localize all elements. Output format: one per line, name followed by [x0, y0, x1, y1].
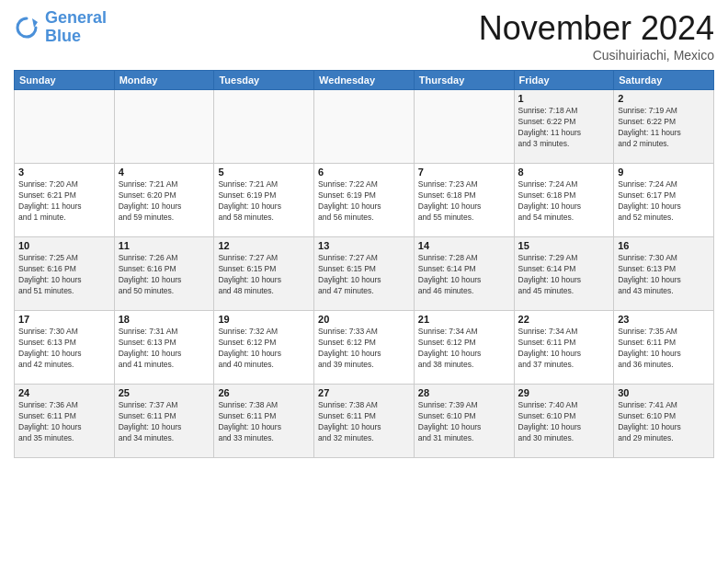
day-info-line: Sunset: 6:11 PM	[318, 411, 376, 420]
day-number: 7	[418, 167, 510, 178]
day-number: 20	[318, 314, 410, 325]
day-info-line: Daylight: 10 hours	[318, 422, 381, 431]
day-info: Sunrise: 7:33 AMSunset: 6:12 PMDaylight:…	[318, 327, 410, 371]
day-number: 25	[119, 387, 210, 398]
day-info-line: Daylight: 10 hours	[618, 349, 681, 358]
day-info-line: Sunrise: 7:39 AM	[418, 400, 478, 409]
calendar-cell	[15, 90, 115, 164]
day-info-line: Sunrise: 7:20 AM	[18, 179, 78, 189]
header-saturday: Saturday	[614, 71, 714, 90]
day-info-line: and 34 minutes.	[119, 433, 174, 442]
day-info-line: Sunrise: 7:30 AM	[18, 327, 78, 336]
day-info-line: Sunset: 6:12 PM	[318, 338, 376, 347]
day-info: Sunrise: 7:21 AMSunset: 6:19 PMDaylight:…	[218, 179, 310, 224]
day-info-line: and 45 minutes.	[518, 286, 574, 295]
day-info-line: Sunrise: 7:23 AM	[418, 179, 478, 189]
day-info-line: and 30 minutes.	[518, 433, 574, 442]
header-sunday: Sunday	[15, 71, 115, 90]
calendar-cell: 1Sunrise: 7:18 AMSunset: 6:22 PMDaylight…	[514, 90, 614, 164]
day-info: Sunrise: 7:27 AMSunset: 6:15 PMDaylight:…	[318, 253, 410, 297]
day-info-line: and 29 minutes.	[618, 433, 673, 442]
day-info-line: Daylight: 10 hours	[119, 422, 182, 431]
calendar: Sunday Monday Tuesday Wednesday Thursday…	[14, 70, 714, 458]
day-info-line: Sunset: 6:12 PM	[418, 338, 476, 347]
day-info-line: and 40 minutes.	[218, 360, 273, 369]
day-info-line: Daylight: 10 hours	[518, 349, 582, 358]
day-info-line: and 2 minutes.	[618, 139, 669, 148]
day-number: 8	[518, 167, 610, 178]
day-info-line: and 35 minutes.	[18, 433, 74, 442]
day-info-line: Sunrise: 7:36 AM	[18, 400, 78, 409]
day-info-line: Daylight: 11 hours	[18, 201, 82, 211]
day-info: Sunrise: 7:38 AMSunset: 6:11 PMDaylight:…	[218, 400, 310, 444]
day-info-line: Sunset: 6:14 PM	[418, 264, 476, 273]
day-info: Sunrise: 7:24 AMSunset: 6:18 PMDaylight:…	[518, 179, 610, 224]
calendar-week-1: 1Sunrise: 7:18 AMSunset: 6:22 PMDaylight…	[15, 90, 714, 164]
day-info-line: Sunset: 6:10 PM	[518, 411, 576, 420]
day-info-line: Sunrise: 7:26 AM	[119, 253, 178, 262]
day-info-line: Sunrise: 7:32 AM	[218, 327, 278, 336]
day-info-line: Sunset: 6:17 PM	[618, 190, 676, 200]
day-info-line: Sunset: 6:10 PM	[618, 411, 676, 420]
day-info-line: and 56 minutes.	[318, 213, 373, 222]
calendar-cell: 19Sunrise: 7:32 AMSunset: 6:12 PMDayligh…	[214, 311, 314, 385]
day-number: 13	[318, 240, 410, 251]
day-number: 21	[418, 314, 510, 325]
day-number: 26	[218, 387, 310, 398]
day-info-line: and 51 minutes.	[18, 286, 74, 295]
day-info-line: Daylight: 10 hours	[18, 422, 82, 431]
calendar-cell: 24Sunrise: 7:36 AMSunset: 6:11 PMDayligh…	[15, 385, 115, 458]
calendar-cell	[214, 90, 314, 164]
day-info: Sunrise: 7:41 AMSunset: 6:10 PMDaylight:…	[618, 400, 710, 444]
day-info: Sunrise: 7:18 AMSunset: 6:22 PMDaylight:…	[518, 106, 610, 150]
day-info-line: Sunset: 6:19 PM	[218, 190, 276, 200]
day-info: Sunrise: 7:38 AMSunset: 6:11 PMDaylight:…	[318, 400, 410, 444]
logo-text: General Blue	[45, 9, 107, 46]
day-info-line: Sunrise: 7:35 AM	[618, 327, 677, 336]
page: General Blue November 2024 Cusihuiriachi…	[0, 0, 728, 563]
calendar-cell: 4Sunrise: 7:21 AMSunset: 6:20 PMDaylight…	[114, 164, 214, 237]
logo-text1: General	[45, 8, 107, 27]
logo: General Blue	[14, 9, 107, 46]
day-info-line: Sunset: 6:15 PM	[218, 264, 276, 273]
day-info-line: Daylight: 10 hours	[418, 201, 482, 211]
day-info-line: Sunrise: 7:24 AM	[618, 179, 677, 189]
header-wednesday: Wednesday	[314, 71, 415, 90]
day-info-line: Daylight: 10 hours	[418, 349, 482, 358]
day-number: 10	[18, 240, 110, 251]
day-info-line: and 33 minutes.	[218, 433, 273, 442]
day-info-line: Sunrise: 7:27 AM	[318, 253, 378, 262]
calendar-cell: 15Sunrise: 7:29 AMSunset: 6:14 PMDayligh…	[514, 237, 614, 311]
day-info-line: and 48 minutes.	[218, 286, 273, 295]
calendar-week-5: 24Sunrise: 7:36 AMSunset: 6:11 PMDayligh…	[15, 385, 714, 458]
calendar-cell: 9Sunrise: 7:24 AMSunset: 6:17 PMDaylight…	[614, 164, 714, 237]
calendar-cell: 22Sunrise: 7:34 AMSunset: 6:11 PMDayligh…	[514, 311, 614, 385]
day-info-line: Daylight: 10 hours	[418, 422, 482, 431]
day-info-line: Sunset: 6:18 PM	[418, 190, 476, 200]
day-info-line: and 42 minutes.	[18, 360, 74, 369]
day-info-line: Sunrise: 7:33 AM	[318, 327, 378, 336]
calendar-week-4: 17Sunrise: 7:30 AMSunset: 6:13 PMDayligh…	[15, 311, 714, 385]
day-info-line: Daylight: 10 hours	[618, 201, 681, 211]
day-info-line: Sunrise: 7:30 AM	[618, 253, 677, 262]
weekday-header-row: Sunday Monday Tuesday Wednesday Thursday…	[15, 71, 714, 90]
day-info-line: Sunset: 6:11 PM	[618, 338, 676, 347]
day-info-line: Sunset: 6:13 PM	[618, 264, 676, 273]
day-info-line: and 31 minutes.	[418, 433, 473, 442]
day-number: 18	[119, 314, 210, 325]
day-info: Sunrise: 7:35 AMSunset: 6:11 PMDaylight:…	[618, 327, 710, 371]
day-info: Sunrise: 7:23 AMSunset: 6:18 PMDaylight:…	[418, 179, 510, 224]
day-info-line: Sunrise: 7:40 AM	[518, 400, 578, 409]
day-info-line: and 3 minutes.	[518, 139, 570, 148]
header-friday: Friday	[514, 71, 614, 90]
day-number: 14	[418, 240, 510, 251]
day-info-line: Daylight: 11 hours	[518, 128, 582, 137]
day-info: Sunrise: 7:31 AMSunset: 6:13 PMDaylight:…	[119, 327, 210, 371]
day-info-line: Daylight: 10 hours	[618, 422, 681, 431]
calendar-cell: 3Sunrise: 7:20 AMSunset: 6:21 PMDaylight…	[15, 164, 115, 237]
day-info: Sunrise: 7:30 AMSunset: 6:13 PMDaylight:…	[18, 327, 110, 371]
day-info: Sunrise: 7:34 AMSunset: 6:12 PMDaylight:…	[418, 327, 510, 371]
day-info-line: and 58 minutes.	[218, 213, 273, 222]
day-info-line: and 43 minutes.	[618, 286, 673, 295]
day-info-line: Daylight: 10 hours	[618, 275, 681, 284]
